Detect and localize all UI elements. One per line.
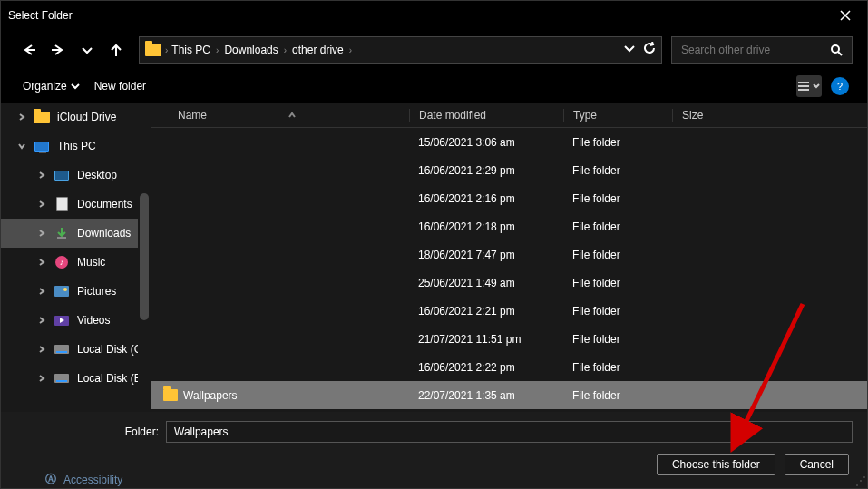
sidebar-item-downloads[interactable]: Downloads xyxy=(1,219,151,248)
file-type: File folder xyxy=(563,136,672,149)
cancel-button[interactable]: Cancel xyxy=(785,454,849,475)
choose-folder-button[interactable]: Choose this folder xyxy=(657,454,775,475)
tree-chevron-icon[interactable] xyxy=(37,259,46,266)
sidebar-item-local-disk-c-[interactable]: Local Disk (C:) xyxy=(1,335,151,364)
folder-icon xyxy=(34,111,50,123)
scrollbar-thumb[interactable] xyxy=(140,193,149,320)
sort-up-icon xyxy=(288,112,296,119)
file-row[interactable]: 16/06/2021 2:29 pmFile folder xyxy=(151,156,867,184)
sidebar-item-music[interactable]: ♪Music xyxy=(1,248,151,277)
breadcrumb: This PC › Downloads › other drive › xyxy=(171,44,352,56)
view-button[interactable] xyxy=(796,75,822,97)
sidebar-item-documents[interactable]: Documents xyxy=(1,190,151,219)
sidebar-item-pictures[interactable]: Pictures xyxy=(1,277,151,306)
file-date: 16/06/2021 2:21 pm xyxy=(409,305,563,318)
file-date: 18/06/2021 7:47 pm xyxy=(409,249,563,261)
up-button[interactable] xyxy=(102,36,130,64)
sidebar-item-desktop[interactable]: Desktop xyxy=(1,161,151,190)
file-row[interactable]: 21/07/2021 11:51 pmFile folder xyxy=(151,325,867,353)
sidebar-item-this-pc[interactable]: This PC xyxy=(1,132,151,161)
file-type: File folder xyxy=(563,389,672,402)
file-row[interactable]: 18/06/2021 7:47 pmFile folder xyxy=(151,240,867,269)
tree-item-label: Videos xyxy=(77,314,110,327)
music-icon: ♪ xyxy=(54,256,70,269)
tree-chevron-icon[interactable] xyxy=(37,200,46,208)
breadcrumb-item[interactable]: This PC xyxy=(171,44,210,56)
forward-button[interactable] xyxy=(44,36,72,64)
column-headers: Name Date modified Type Size xyxy=(151,103,867,128)
file-row[interactable]: 16/06/2021 2:18 pmFile folder xyxy=(151,212,867,240)
list-icon xyxy=(798,82,809,91)
file-row[interactable]: Wallpapers22/07/2021 1:35 amFile folder xyxy=(151,381,867,409)
search-input[interactable] xyxy=(681,44,830,56)
file-date: 16/06/2021 2:22 pm xyxy=(409,361,563,374)
refresh-button[interactable] xyxy=(643,42,656,58)
file-type: File folder xyxy=(563,305,672,318)
close-icon xyxy=(840,10,851,21)
tree-item-label: Music xyxy=(77,256,105,269)
chevron-down-icon xyxy=(623,42,636,54)
sidebar-item-videos[interactable]: Videos xyxy=(1,306,151,335)
file-name: Wallpapers xyxy=(178,389,409,402)
arrow-left-icon xyxy=(23,44,35,56)
file-type: File folder xyxy=(563,277,672,289)
addressbar[interactable]: › This PC › Downloads › other drive › xyxy=(139,36,662,64)
disk-icon xyxy=(54,372,70,385)
tree-chevron-icon[interactable] xyxy=(17,142,26,150)
tree-chevron-icon[interactable] xyxy=(37,317,46,324)
close-button[interactable] xyxy=(831,1,860,30)
breadcrumb-item[interactable]: other drive xyxy=(292,44,344,56)
tree-chevron-icon[interactable] xyxy=(37,171,46,179)
folder-icon xyxy=(163,389,178,401)
file-type: File folder xyxy=(563,249,672,261)
address-history-button[interactable] xyxy=(623,42,636,58)
doc-icon xyxy=(54,198,70,210)
sidebar-item-icloud-drive[interactable]: iCloud Drive xyxy=(1,103,151,132)
tree-item-label: Downloads xyxy=(77,227,131,240)
help-button[interactable]: ? xyxy=(831,77,849,95)
footer: Folder: Choose this folder Cancel xyxy=(1,412,867,488)
file-row[interactable]: 16/06/2021 2:16 pmFile folder xyxy=(151,184,867,212)
file-type: File folder xyxy=(563,361,672,374)
new-folder-button[interactable]: New folder xyxy=(91,76,150,96)
refresh-icon xyxy=(643,42,656,54)
titlebar: Select Folder xyxy=(1,1,867,30)
file-date: 15/06/2021 3:06 am xyxy=(409,136,563,149)
sidebar-scrollbar[interactable] xyxy=(138,103,151,412)
chevron-down-icon xyxy=(81,44,93,56)
breadcrumb-item[interactable]: Downloads xyxy=(224,44,278,56)
tree-chevron-icon[interactable] xyxy=(37,288,46,295)
file-row[interactable]: 16/06/2021 2:21 pmFile folder xyxy=(151,297,867,325)
svg-point-0 xyxy=(832,45,839,53)
file-type: File folder xyxy=(563,192,672,205)
desktop-icon xyxy=(54,169,70,181)
tree-chevron-icon[interactable] xyxy=(37,346,46,353)
arrow-right-icon xyxy=(52,44,64,56)
video-icon xyxy=(54,314,70,327)
back-button[interactable] xyxy=(15,36,43,64)
file-row[interactable]: 25/06/2021 1:49 amFile folder xyxy=(151,269,867,297)
download-icon xyxy=(54,227,70,240)
toolbar: Organize New folder ? xyxy=(1,70,867,103)
file-row[interactable]: 15/06/2021 3:06 amFile folder xyxy=(151,128,867,156)
tree-chevron-icon[interactable] xyxy=(37,230,46,237)
sidebar-item-local-disk-e-[interactable]: Local Disk (E:) xyxy=(1,364,151,393)
column-size[interactable]: Size xyxy=(672,109,745,122)
column-date[interactable]: Date modified xyxy=(409,109,563,122)
pc-icon xyxy=(34,140,50,152)
column-name[interactable]: Name xyxy=(178,109,409,122)
file-date: 25/06/2021 1:49 am xyxy=(409,277,563,289)
file-type: File folder xyxy=(563,164,672,177)
tree-item-label: iCloud Drive xyxy=(57,111,116,123)
tree-chevron-icon[interactable] xyxy=(37,375,46,382)
resize-grip[interactable]: ⋰ xyxy=(855,474,866,487)
column-type[interactable]: Type xyxy=(563,109,672,122)
searchbar[interactable] xyxy=(671,36,853,64)
tree-chevron-icon[interactable] xyxy=(17,113,26,121)
file-row[interactable]: 16/06/2021 2:22 pmFile folder xyxy=(151,353,867,381)
organize-button[interactable]: Organize xyxy=(19,76,83,96)
recent-button[interactable] xyxy=(73,36,101,64)
folder-input[interactable] xyxy=(166,421,853,443)
dropdown-icon xyxy=(813,83,820,90)
breadcrumb-separator: › xyxy=(165,45,168,55)
